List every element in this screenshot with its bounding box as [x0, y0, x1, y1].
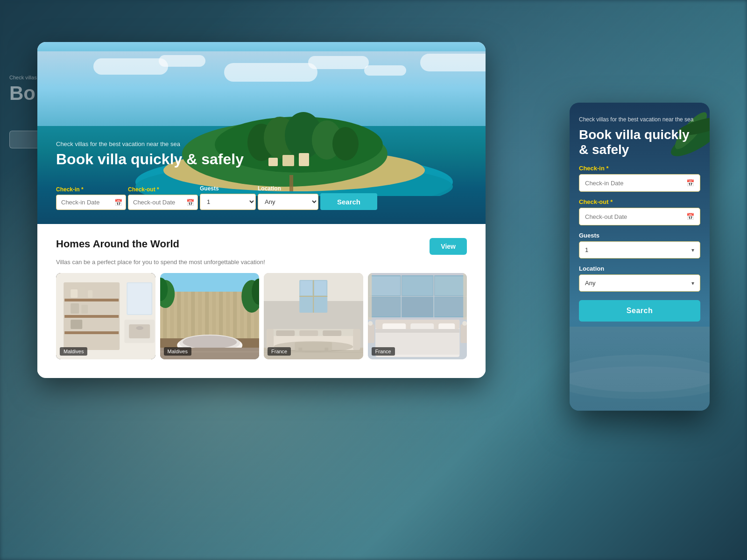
mobile-guests-select[interactable]: 1 2 3 4 5 6+ — [585, 246, 691, 253]
cloud-2 — [159, 55, 205, 67]
cloud-4 — [308, 56, 369, 69]
mobile-checkout-input[interactable] — [585, 213, 686, 220]
mobile-card: Check villas for the best vacation near … — [570, 103, 710, 411]
mobile-checkin-input-wrap: 📅 — [579, 174, 700, 192]
svg-point-105 — [462, 321, 467, 326]
mobile-guests-label: Guests — [579, 232, 700, 239]
mobile-checkin-input[interactable] — [585, 180, 686, 187]
svg-rect-19 — [64, 315, 119, 318]
property-img-1 — [56, 273, 155, 359]
svg-rect-22 — [80, 287, 85, 298]
section-title: Homes Around the World — [56, 238, 179, 250]
checkin-label: Check-in * — [56, 186, 126, 193]
svg-rect-88 — [435, 276, 465, 295]
mobile-content: Check villas for the best vacation near … — [579, 116, 700, 322]
mobile-search-button[interactable]: Search — [579, 300, 700, 322]
property-img-2 — [160, 273, 260, 359]
location-chevron-icon: ▾ — [691, 280, 694, 287]
mobile-location-select[interactable]: Any Maldives France Bali Italy Greece — [585, 280, 691, 287]
mobile-guests-field: Guests 1 2 3 4 5 6+ ▾ — [579, 232, 700, 259]
property-card-1[interactable]: Maldives — [56, 273, 155, 359]
svg-rect-64 — [300, 281, 312, 295]
svg-rect-73 — [276, 330, 295, 336]
mobile-header: Check villas for the best vacation near … — [579, 116, 700, 157]
svg-rect-91 — [435, 297, 465, 316]
section-header: Homes Around the World View — [56, 238, 467, 255]
svg-rect-38 — [184, 292, 188, 338]
hero-section: Check villas for the best vacation near … — [37, 42, 486, 224]
checkout-input[interactable] — [128, 195, 198, 210]
svg-rect-11 — [282, 155, 294, 166]
property-card-3[interactable]: France — [264, 273, 363, 359]
mobile-header-subtitle: Check villas for the best vacation near … — [579, 116, 700, 124]
guests-select[interactable]: 1 2 3 4 5 6+ — [200, 194, 256, 210]
property-tag-1: Maldives — [60, 347, 87, 356]
guests-chevron-icon: ▾ — [691, 247, 694, 253]
checkout-field: Check-out * 📅 — [128, 186, 198, 210]
svg-rect-23 — [88, 290, 92, 298]
svg-rect-86 — [369, 276, 400, 295]
checkin-input-wrap: 📅 — [56, 195, 126, 210]
svg-rect-103 — [460, 324, 467, 343]
property-tag-3: France — [268, 347, 291, 356]
hero-title: Book villa quickly & safely — [56, 150, 244, 168]
property-tag-2: Maldives — [164, 347, 191, 356]
svg-rect-39 — [191, 292, 195, 338]
mobile-header-title: Book villa quickly & safely — [579, 127, 700, 157]
svg-rect-90 — [402, 297, 433, 316]
svg-rect-10 — [268, 158, 278, 166]
svg-rect-44 — [226, 292, 230, 338]
mobile-checkin-field: Check-in * 📅 — [579, 165, 700, 192]
svg-rect-25 — [81, 305, 88, 314]
section-title-wrap: Homes Around the World — [56, 238, 179, 250]
property-tag-4: France — [372, 347, 395, 356]
svg-rect-31 — [127, 283, 151, 314]
checkout-label: Check-out * — [128, 186, 198, 193]
svg-rect-42 — [212, 292, 216, 338]
hero-search-button[interactable]: Search — [320, 193, 377, 210]
svg-rect-43 — [219, 292, 223, 338]
cloud-1 — [93, 58, 168, 75]
location-select[interactable]: Any Maldives France Bali Italy Greece — [258, 194, 318, 210]
svg-rect-20 — [64, 331, 119, 334]
property-img-3 — [264, 273, 363, 359]
svg-rect-45 — [233, 292, 237, 338]
mobile-checkin-label: Check-in * — [579, 165, 700, 172]
cloud-5 — [364, 65, 406, 76]
svg-point-9 — [332, 127, 359, 161]
mobile-checkout-field: Check-out * 📅 — [579, 198, 700, 225]
svg-rect-89 — [369, 297, 400, 316]
view-all-button[interactable]: View — [430, 238, 467, 255]
checkin-field: Check-in * 📅 — [56, 186, 126, 210]
main-card: Check villas for the best vacation near … — [37, 42, 486, 378]
cloud-6 — [420, 54, 486, 71]
property-card-4[interactable]: France — [368, 273, 467, 359]
section-subtitle: Villas can be a perfect place for you to… — [56, 259, 467, 266]
property-card-2[interactable]: Maldives — [160, 273, 260, 359]
svg-point-53 — [183, 336, 237, 349]
mobile-checkin-cal-icon: 📅 — [686, 179, 694, 187]
svg-rect-101 — [375, 329, 459, 333]
svg-rect-40 — [198, 292, 202, 338]
svg-rect-65 — [314, 281, 326, 295]
mobile-location-label: Location — [579, 265, 700, 272]
mobile-location-select-wrap: Any Maldives France Bali Italy Greece ▾ — [579, 274, 700, 292]
content-section: Homes Around the World View Villas can b… — [37, 224, 486, 373]
svg-point-29 — [136, 326, 143, 330]
svg-rect-87 — [402, 276, 433, 295]
mobile-form: Check-in * 📅 Check-out * 📅 Gues — [579, 165, 700, 322]
checkin-input[interactable] — [56, 195, 126, 210]
mobile-checkout-label: Check-out * — [579, 198, 700, 205]
hero-subtitle: Check villas for the best vacation near … — [56, 140, 244, 147]
svg-point-104 — [368, 321, 373, 326]
svg-rect-12 — [299, 153, 309, 166]
svg-rect-74 — [299, 330, 318, 336]
svg-rect-112 — [570, 327, 710, 411]
svg-rect-18 — [64, 299, 119, 301]
svg-rect-26 — [70, 320, 82, 329]
svg-rect-21 — [70, 289, 78, 298]
mobile-guests-select-wrap: 1 2 3 4 5 6+ ▾ — [579, 241, 700, 259]
svg-rect-72 — [353, 329, 360, 350]
svg-rect-37 — [177, 292, 181, 338]
guests-label: Guests — [200, 185, 256, 192]
